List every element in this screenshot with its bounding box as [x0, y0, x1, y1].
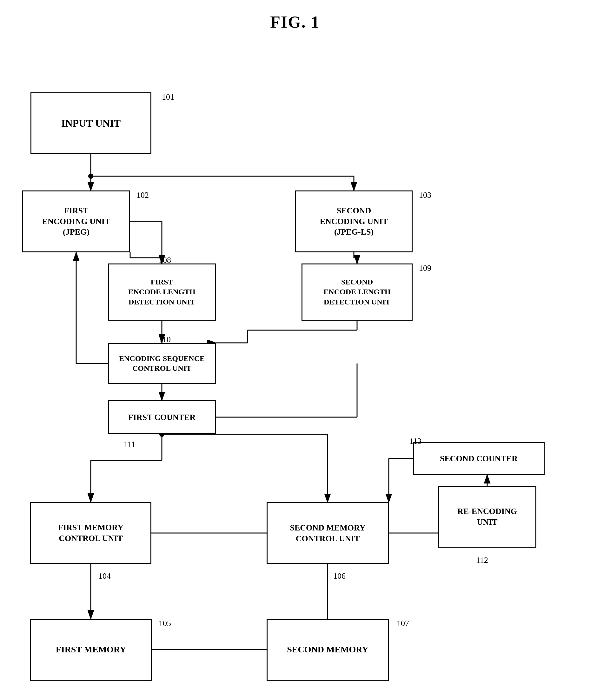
ref-102: 102 — [136, 190, 149, 200]
ref-106: 106 — [333, 572, 346, 581]
first-memory-control-box: FIRST MEMORY CONTROL UNIT — [30, 502, 152, 564]
first-memory-box: FIRST MEMORY — [30, 619, 152, 681]
encoding-sequence-control-box: ENCODING SEQUENCE CONTROL UNIT — [108, 343, 216, 384]
second-memory-box: SECOND MEMORY — [267, 619, 389, 681]
ref-103: 103 — [419, 190, 431, 200]
ref-105: 105 — [159, 619, 171, 628]
first-encoding-unit-box: FIRST ENCODING UNIT (JPEG) — [22, 190, 130, 252]
ref-108: 108 — [159, 256, 171, 265]
ref-101: 101 — [162, 92, 174, 102]
second-counter-box: SECOND COUNTER — [413, 442, 545, 475]
ref-109: 109 — [419, 263, 431, 273]
diagram-container: FIG. 1 — [0, 0, 590, 700]
second-encode-length-box: SECOND ENCODE LENGTH DETECTION UNIT — [301, 263, 413, 321]
ref-104: 104 — [98, 572, 111, 581]
input-unit-box: INPUT UNIT — [30, 92, 152, 154]
ref-113: 113 — [409, 437, 421, 446]
second-memory-control-box: SECOND MEMORY CONTROL UNIT — [267, 502, 389, 564]
ref-111: 111 — [124, 440, 135, 449]
re-encoding-unit-box: RE-ENCODING UNIT — [438, 486, 536, 548]
ref-107: 107 — [397, 619, 409, 628]
ref-112: 112 — [476, 555, 488, 565]
first-counter-box: FIRST COUNTER — [108, 400, 216, 434]
second-encoding-unit-box: SECOND ENCODING UNIT (JPEG-LS) — [295, 190, 413, 252]
ref-110: 110 — [159, 335, 171, 344]
first-encode-length-box: FIRST ENCODE LENGTH DETECTION UNIT — [108, 263, 216, 321]
figure-title: FIG. 1 — [270, 13, 320, 31]
svg-point-3 — [88, 174, 93, 179]
